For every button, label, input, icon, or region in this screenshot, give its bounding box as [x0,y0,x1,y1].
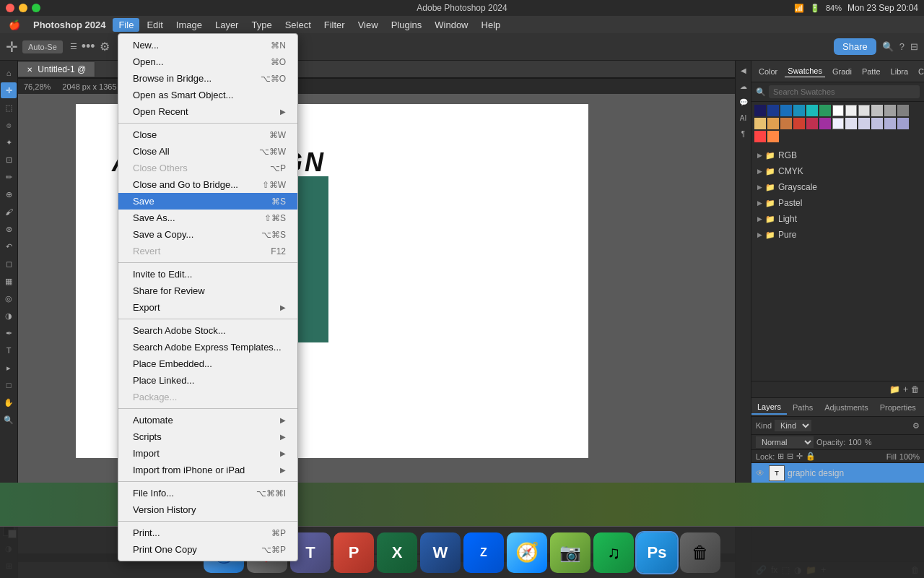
document-tab[interactable]: ✕ Untitled-1 @ [18,62,95,77]
hand-tool[interactable]: ✋ [1,394,17,410]
type-menu[interactable]: Type [245,18,277,32]
menu-item-print-one[interactable]: Print One Copy ⌥⌘P [118,541,297,558]
healing-brush-tool[interactable]: ⊕ [1,186,17,202]
tab-close-icon[interactable]: ✕ [27,66,32,74]
brush-tool[interactable]: 🖌 [1,204,17,220]
swatch-19[interactable] [832,118,844,129]
clone-stamp-tool[interactable]: ⊛ [1,221,17,237]
menu-item-save-as[interactable]: Save As... ⇧⌘S [118,210,297,226]
share-button[interactable]: Share [834,38,876,55]
new-swatch-icon[interactable]: + [903,384,908,394]
swatch-11[interactable] [884,105,896,116]
rectangular-marquee-tool[interactable]: ⬚ [1,100,17,116]
menu-item-search-express[interactable]: Search Adobe Express Templates... [118,339,297,355]
dock-spotify[interactable]: ♫ [593,532,634,573]
ai-icon[interactable]: AI [737,111,750,124]
layers-tab-layers[interactable]: Layers [751,400,787,415]
swatch-group-light-header[interactable]: ▶ 📁 Light [754,212,921,226]
menu-item-search-stock[interactable]: Search Adobe Stock... [118,322,297,339]
gradient-tool[interactable]: ▦ [1,273,17,289]
swatch-14[interactable] [767,118,779,129]
swatches-search[interactable]: 🔍 [751,82,924,102]
cloud-icon[interactable]: ☁ [737,79,750,92]
minimize-button[interactable] [19,4,27,12]
menu-item-close-all[interactable]: Close All ⌥⌘W [118,143,297,160]
menu-item-print[interactable]: Print... ⌘P [118,525,297,541]
pen-tool[interactable]: ✒ [1,325,17,341]
menu-item-save-copy[interactable]: Save a Copy... ⌥⌘S [118,226,297,243]
swatch-1[interactable] [754,105,766,116]
menu-item-automate[interactable]: Automate ▶ [118,412,297,428]
swatches-search-input[interactable] [769,85,920,98]
menu-item-file-info[interactable]: File Info... ⌥⌘⌘I [118,485,297,501]
swatch-group-pure-header[interactable]: ▶ 📁 Pure [754,228,921,242]
swatch-24[interactable] [897,118,909,129]
lock-all-icon[interactable]: 🔒 [806,452,816,461]
menu-item-place-embedded[interactable]: Place Embedded... [118,355,297,372]
zoom-tool[interactable]: 🔍 [1,412,17,428]
properties-icon[interactable]: ¶ [737,127,750,140]
layer-row-text[interactable]: 👁 T graphic design [751,463,924,483]
swatch-9[interactable] [858,105,870,116]
swatch-26[interactable] [767,131,779,142]
patterns-tab[interactable]: Patte [859,66,884,77]
maximize-button[interactable] [32,4,40,12]
lasso-tool[interactable]: ⌾ [1,117,17,133]
swatch-7[interactable] [832,105,844,116]
filter-menu[interactable]: Filter [318,18,351,32]
dock-trash[interactable]: 🗑 [680,532,720,573]
swatch-25[interactable] [754,131,766,142]
swatch-6[interactable] [819,105,831,116]
eyedropper-tool[interactable]: ✏ [1,169,17,185]
swatches-tab[interactable]: Swatches [785,65,825,77]
swatch-18[interactable] [819,118,831,129]
view-menu[interactable]: View [352,18,384,32]
shape-tool[interactable]: □ [1,377,17,393]
swatch-22[interactable] [871,118,883,129]
delete-swatch-icon[interactable]: 🗑 [911,384,920,394]
help-menu[interactable]: Help [476,18,507,32]
gradients-tab[interactable]: Gradi [829,66,855,77]
swatch-group-grayscale-header[interactable]: ▶ 📁 Grayscale [754,180,921,194]
settings-icon[interactable]: ⚙ [100,40,110,53]
menu-item-package[interactable]: Package... [118,389,297,405]
layer-visibility-text[interactable]: 👁 [754,467,766,479]
swatch-4[interactable] [793,105,805,116]
swatch-group-rgb-header[interactable]: ▶ 📁 RGB [754,148,921,163]
dock-safari[interactable]: 🧭 [507,532,547,573]
extras-icon[interactable]: ••• [82,39,95,54]
dodge-tool[interactable]: ◑ [1,308,17,324]
auto-select-button[interactable]: Auto-Se [22,40,63,53]
menu-item-open-smart[interactable]: Open as Smart Object... [118,87,297,103]
layer-menu[interactable]: Layer [209,18,245,32]
menu-item-share-review[interactable]: Share for Review [118,282,297,299]
swatch-5[interactable] [806,105,818,116]
dock-powerpoint[interactable]: P [334,532,374,573]
swatch-8[interactable] [845,105,857,116]
lock-move-icon[interactable]: ✛ [796,452,803,461]
app-name-menu[interactable]: Photoshop 2024 [27,18,111,32]
swatch-21[interactable] [858,118,870,129]
color-tab[interactable]: Color [756,66,780,77]
eraser-tool[interactable]: ◻ [1,256,17,272]
menu-item-close-bridge[interactable]: Close and Go to Bridge... ⇧⌘W [118,176,297,193]
crop-tool[interactable]: ⊡ [1,152,17,168]
menu-item-open[interactable]: Open... ⌘O [118,53,297,70]
menu-item-invite-edit[interactable]: Invite to Edit... [118,266,297,282]
dock-preview[interactable]: 📷 [550,532,590,573]
image-menu[interactable]: Image [170,18,208,32]
menu-item-close[interactable]: Close ⌘W [118,126,297,143]
dock-word[interactable]: W [420,532,461,573]
menu-item-new[interactable]: New... ⌘N [118,37,297,53]
libraries-tab[interactable]: Libra [888,66,911,77]
lock-position-icon[interactable]: ⊞ [777,452,784,461]
history-brush-tool[interactable]: ↶ [1,238,17,254]
swatch-23[interactable] [884,118,896,129]
window-menu[interactable]: Window [429,18,474,32]
new-group-icon[interactable]: 📁 [889,384,900,394]
swatch-group-cmyk-header[interactable]: ▶ 📁 CMYK [754,164,921,178]
close-button[interactable] [6,4,14,12]
blend-mode-select[interactable]: Normal [756,436,814,448]
menu-item-browse-bridge[interactable]: Browse in Bridge... ⌥⌘O [118,70,297,87]
home-icon[interactable]: ⌂ [1,65,17,81]
